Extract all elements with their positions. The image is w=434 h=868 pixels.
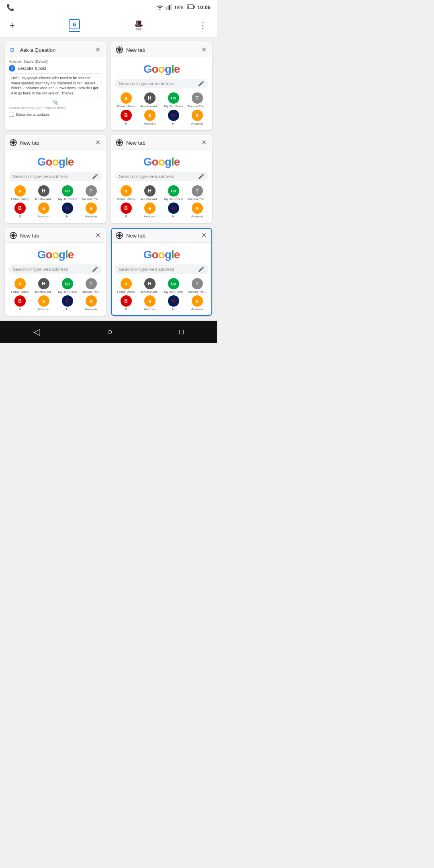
shortcut-icon-h-4: H [168, 203, 179, 214]
svg-rect-6 [187, 5, 188, 8]
shortcut-icon-tucson-3: T [86, 185, 97, 197]
shortcut-tucson-6[interactable]: T Tucson Poli... [186, 278, 208, 294]
tab-close-5[interactable]: ✕ [94, 232, 101, 239]
shortcut-icon-jobfeed-5: Up [62, 278, 73, 289]
tab-card-4[interactable]: New tab ✕ Google Search or type web addr… [111, 135, 212, 223]
shortcut-icon-b-6: B [121, 295, 132, 307]
shortcut-health-3[interactable]: H Health-e-Ari... [33, 185, 55, 201]
shortcut-h-4[interactable]: H H [162, 203, 184, 218]
shortcut-icon-health-2: H [144, 92, 156, 104]
search-bar-text-6: Search or type web address [119, 267, 198, 272]
mic-icon-2: 🎤 [198, 81, 204, 86]
shortcut-b-3[interactable]: B B [9, 203, 31, 218]
shortcut-label-jobfeed-2: My Job Feed [164, 104, 182, 108]
tab-card-1[interactable]: G Ask a Question ✕ Android, Stable (Defa… [5, 42, 106, 130]
shortcut-health-4[interactable]: H Health-e-Ari... [139, 185, 161, 201]
nav-bar: ◁ ○ □ [0, 321, 217, 343]
tab-card-5[interactable]: New tab ✕ Google Search or type web addr… [5, 228, 106, 316]
shortcut-prime-5[interactable]: a Prime Video [9, 278, 31, 294]
ask-textarea: Hello. My google chrome tabs used to be … [9, 73, 102, 98]
shortcut-amazon2-4[interactable]: a Amazon [139, 203, 161, 218]
battery-icon [187, 4, 195, 10]
shortcut-amazon2-6[interactable]: a Amazon [139, 295, 161, 311]
tab-close-2[interactable]: ✕ [201, 47, 207, 53]
shortcut-tucson-4[interactable]: T Tucson Poli... [186, 185, 208, 201]
shortcut-tucson-3[interactable]: T Tucson Poli... [80, 185, 102, 201]
shortcut-jobfeed-3[interactable]: Up My Job Feed [56, 185, 78, 201]
shortcut-icon-b-2: B [121, 110, 132, 121]
shortcut-health-5[interactable]: H Health-e-Ari... [33, 278, 55, 294]
tab-card-3[interactable]: New tab ✕ Google Search or type web addr… [5, 135, 106, 223]
shortcut-tucson-5[interactable]: T Tucson Poli... [80, 278, 102, 294]
shortcut-tucson-2[interactable]: T Tucson Poli... [186, 92, 208, 108]
shortcut-prime-2[interactable]: a Prime Video [115, 92, 137, 108]
tab-card-6[interactable]: New tab ✕ Google Search or type web addr… [111, 228, 212, 316]
shortcut-health-6[interactable]: H Health-e-Ari... [139, 278, 161, 294]
menu-button[interactable]: ⋮ [197, 19, 209, 33]
shortcut-icon-b-4: B [121, 203, 132, 214]
tab-close-1[interactable]: ✕ [94, 47, 101, 53]
tab-header-2: New tab ✕ [112, 43, 211, 57]
tab-content-4: Google Search or type web address 🎤 a Pr… [112, 150, 211, 222]
tab-card-2[interactable]: New tab ✕ Google Search or type web addr… [111, 42, 212, 130]
shortcut-h-3[interactable]: H H [56, 203, 78, 218]
shortcut-health-2[interactable]: H Health-e-Ari... [139, 92, 161, 108]
svg-rect-2 [169, 5, 170, 10]
shortcut-icon-h-2: H [168, 110, 179, 121]
shortcut-b-5[interactable]: B B [9, 295, 31, 311]
shortcut-amazon3-2[interactable]: a Amazon [186, 110, 208, 125]
phone-icon: 📞 [6, 4, 14, 11]
tab-title-6: New tab [126, 233, 201, 239]
shortcut-icon-b-3: B [14, 203, 26, 214]
nav-back-button[interactable]: ◁ [33, 327, 40, 337]
nav-recent-button[interactable]: □ [179, 328, 184, 336]
svg-rect-3 [171, 4, 172, 10]
shortcut-amazon3-3[interactable]: a Amazon [80, 203, 102, 218]
shortcut-jobfeed-6[interactable]: Up My Job Feed [162, 278, 184, 294]
search-bar-4[interactable]: Search or type web address 🎤 [115, 172, 208, 181]
shortcut-b-4[interactable]: B B [115, 203, 137, 218]
shortcut-icon-h-6: H [168, 295, 179, 307]
ask-step: 3 Describe & post [9, 65, 102, 72]
shortcut-amazon3-6[interactable]: a Amazon [186, 295, 208, 311]
shortcut-label-health-3: Health-e-Ari... [34, 197, 53, 201]
shortcut-prime-4[interactable]: a Prime Video [115, 185, 137, 201]
shortcut-amazon2-2[interactable]: a Amazon [139, 110, 161, 125]
tab-header-5: New tab ✕ [6, 229, 105, 243]
nav-home-button[interactable]: ○ [107, 327, 112, 337]
shortcut-jobfeed-5[interactable]: Up My Job Feed [56, 278, 78, 294]
shortcut-icon-prime-6: a [121, 278, 132, 289]
shortcut-jobfeed-4[interactable]: Up My Job Feed [162, 185, 184, 201]
incognito-button[interactable]: 🎩 👓 [133, 18, 145, 34]
shortcut-amazon3-5[interactable]: a Amazon [80, 295, 102, 311]
subscribe-checkbox[interactable] [9, 112, 14, 117]
search-bar-2[interactable]: Search or type web address 🎤 [115, 79, 208, 88]
tab-close-4[interactable]: ✕ [201, 139, 207, 146]
shortcut-icon-prime-3: a [14, 185, 26, 197]
new-tab-button[interactable]: + [8, 19, 16, 33]
google-logo-5: Google [37, 248, 74, 261]
shortcut-icon-jobfeed-2: Up [168, 92, 179, 104]
shortcut-h-2[interactable]: H H [162, 110, 184, 125]
shortcut-amazon2-3[interactable]: a Amazon [33, 203, 55, 218]
shortcut-amazon2-5[interactable]: a Amazon [33, 295, 55, 311]
shortcut-label-jobfeed-3: My Job Feed [58, 197, 76, 201]
shortcut-prime-3[interactable]: a Prime Video [9, 185, 31, 201]
shortcut-b-2[interactable]: B B [115, 110, 137, 125]
shortcut-label-amazon3-3: Amazon [85, 215, 97, 218]
shortcut-jobfeed-2[interactable]: Up My Job Feed [162, 92, 184, 108]
shortcut-h-6[interactable]: H H [162, 295, 184, 311]
shortcut-prime-6[interactable]: a Prime Video [115, 278, 137, 294]
search-bar-3[interactable]: Search or type web address 🎤 [9, 172, 102, 181]
search-bar-5[interactable]: Search or type web address 🎤 [9, 264, 102, 274]
tab-count-badge[interactable]: 6 [69, 19, 80, 29]
tab-close-6[interactable]: ✕ [201, 232, 207, 239]
ask-placeholder: Please describe your issue in detail. [9, 106, 102, 110]
shortcut-b-6[interactable]: B B [115, 295, 137, 311]
status-bar: 📞 18% 10:06 [0, 0, 217, 14]
tab-close-3[interactable]: ✕ [94, 139, 101, 146]
shortcut-h-5[interactable]: H H [56, 295, 78, 311]
shortcut-amazon3-4[interactable]: a Amazon [186, 203, 208, 218]
search-bar-6[interactable]: Search or type web address 🎤 [115, 264, 208, 274]
svg-rect-5 [194, 6, 194, 8]
